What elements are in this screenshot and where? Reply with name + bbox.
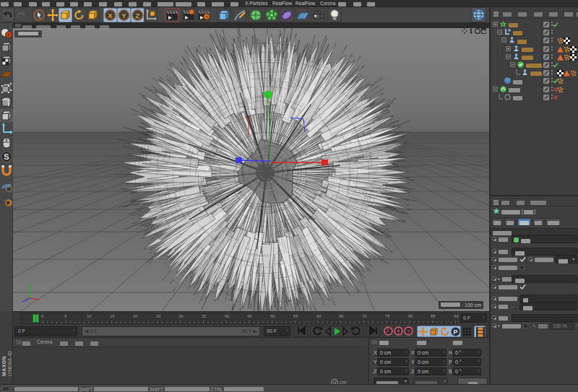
svg-text:?: ? (407, 328, 410, 335)
svg-text:P: P (453, 328, 457, 336)
svg-text:Z: Z (136, 12, 140, 19)
svg-text:X: X (108, 12, 113, 19)
svg-text:S: S (4, 152, 9, 161)
svg-text:Y: Y (121, 12, 126, 19)
